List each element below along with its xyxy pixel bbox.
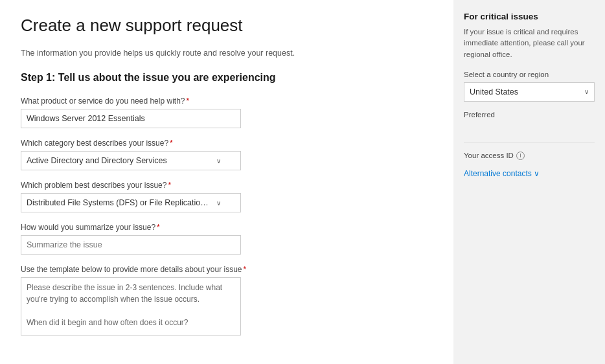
sidebar: For critical issues If your issue is cri…: [453, 0, 605, 364]
product-input[interactable]: [21, 109, 241, 128]
country-value: United States: [470, 87, 518, 97]
product-label: What product or service do you need help…: [21, 97, 433, 106]
main-content: Create a new support request The informa…: [0, 0, 453, 364]
sidebar-title: For critical issues: [464, 12, 595, 21]
category-select[interactable]: Active Directory and Directory Services …: [21, 151, 241, 170]
alt-contacts-link[interactable]: Alternative contacts ∨: [464, 169, 595, 178]
category-select-wrapper: Active Directory and Directory Services …: [21, 151, 241, 170]
sidebar-description: If your issue is critical and requires i…: [464, 27, 595, 60]
section1-title: Step 1: Tell us about the issue you are …: [21, 72, 433, 84]
details-label: Use the template below to provide more d…: [21, 265, 433, 274]
category-label: Which category best describes your issue…: [21, 139, 433, 148]
details-textarea[interactable]: Please describe the issue in 2-3 sentenc…: [21, 277, 241, 336]
country-select[interactable]: United States ∨: [464, 82, 595, 102]
problem-select-wrapper: Distributed File Systems (DFS) or File R…: [21, 193, 241, 212]
page-title: Create a new support request: [21, 16, 433, 36]
country-label: Select a country or region: [464, 71, 595, 78]
sidebar-divider: [464, 142, 595, 142]
summary-group: How would you summarize your issue?*: [21, 223, 433, 255]
intro-text: The information you provide helps us qui…: [21, 49, 433, 58]
category-chevron-icon: ∨: [216, 157, 221, 165]
problem-group: Which problem best describes your issue?…: [21, 181, 433, 212]
problem-chevron-icon: ∨: [216, 199, 221, 207]
preferred-value: [464, 121, 595, 133]
alt-contacts-chevron-icon: ∨: [534, 169, 540, 178]
problem-select[interactable]: Distributed File Systems (DFS) or File R…: [21, 193, 241, 212]
country-chevron-icon: ∨: [584, 88, 589, 95]
summary-label: How would you summarize your issue?*: [21, 223, 433, 232]
country-select-wrapper: United States ∨: [464, 82, 595, 102]
category-group: Which category best describes your issue…: [21, 139, 433, 170]
product-group: What product or service do you need help…: [21, 97, 433, 128]
details-group: Use the template below to provide more d…: [21, 265, 433, 337]
problem-label: Which problem best describes your issue?…: [21, 181, 433, 190]
access-id-label: Your access ID: [464, 152, 514, 159]
summary-input[interactable]: [21, 235, 241, 255]
access-id-info-icon[interactable]: i: [516, 152, 525, 160]
access-id-row: Your access ID i: [464, 152, 595, 160]
preferred-label: Preferred: [464, 111, 595, 119]
